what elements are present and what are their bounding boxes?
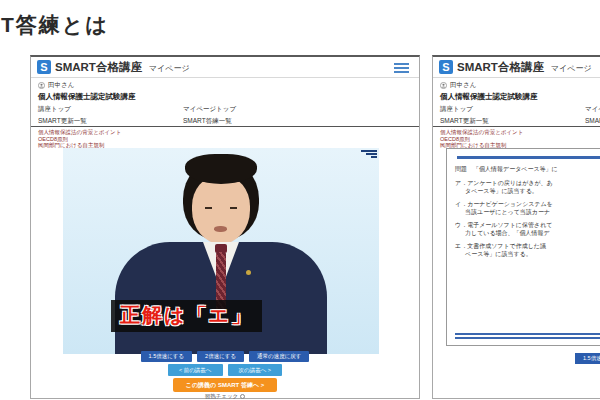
- mastery-check-label: 習熟チェック: [205, 393, 239, 399]
- lecture-video-player[interactable]: 正解は「エ」: [63, 148, 379, 354]
- page-title: T答練とは: [1, 11, 109, 39]
- brand-logo-icon: S: [439, 60, 453, 74]
- question-option-a: ア．アンケートの戻りはがきが、あ タベース等」に該当する。: [455, 179, 600, 195]
- lecture-nav-controls: < 前の講義へ 次の講義へ >: [31, 364, 419, 376]
- site-header: S SMART合格講座 マイページ: [433, 57, 600, 78]
- nav-column-2: マイページトップ SMART答練一覧: [183, 105, 236, 129]
- nav-links: 講座トップ SMART更新一覧 マイページトップ SMART答練一覧: [38, 105, 419, 126]
- nav-smart-update-list[interactable]: SMART更新一覧: [440, 117, 489, 126]
- option-marker: ア．: [455, 180, 467, 186]
- course-title: 個人情報保護士認定試験講座: [440, 92, 600, 102]
- instructor-face: [192, 176, 250, 244]
- document-bottom-rule: [455, 331, 600, 339]
- nav-course-top[interactable]: 講座トップ: [440, 105, 489, 114]
- nav-course-top[interactable]: 講座トップ: [38, 105, 87, 114]
- site-header: S SMART合格講座 マイページ: [31, 57, 419, 78]
- mypage-label: マイページ: [551, 63, 592, 74]
- speed-1-5x-button[interactable]: 1.5倍速にする: [575, 353, 600, 364]
- speed-1-5x-button[interactable]: 1.5倍速にする: [141, 351, 193, 362]
- nav-column-1: 講座トップ SMART更新一覧: [440, 105, 489, 129]
- instructor-eye: [230, 207, 237, 209]
- option-text: 当該ユーザにとって当該カーナ: [455, 208, 600, 216]
- user-row: 田中さん: [440, 81, 600, 90]
- speed-normal-button[interactable]: 通常の速度に戻す: [249, 351, 309, 362]
- smart-touren-row: この講義の SMART 答練へ >: [31, 378, 419, 392]
- nav-mypage-top[interactable]: マイページトップ: [585, 105, 600, 114]
- nav-links: 講座トップ SMART更新一覧 マイページトップ SMART答練一覧: [440, 105, 600, 126]
- prev-lecture-button[interactable]: < 前の講義へ: [168, 364, 223, 376]
- question-option-u: ウ．電子メールソフトに保管されて 力している場合、「個人情報デ: [455, 221, 600, 237]
- mastery-check-row: 習熟チェック: [31, 393, 419, 400]
- option-text: 電子メールソフトに保管されて: [467, 222, 552, 228]
- question-option-e: エ．文書作成ソフトで作成した議 ベース等」に該当する。: [455, 242, 600, 258]
- user-icon: [38, 82, 45, 89]
- stairs-icon: [361, 150, 377, 159]
- next-lecture-button[interactable]: 次の講義へ >: [228, 364, 283, 376]
- question-title: 問題 「個人情報データベース等」に: [455, 165, 600, 174]
- breadcrumb: 個人情報保護法の背景とポイント OECD8原則 民間部門における自主規制: [38, 129, 419, 149]
- nav-smart-touren-list[interactable]: SMART答練一覧: [183, 117, 236, 126]
- instructor-eye: [205, 207, 212, 209]
- answer-caption: 正解は「エ」: [111, 300, 262, 332]
- brand-logo-icon: S: [37, 60, 51, 74]
- user-row: 田中さん: [38, 81, 419, 90]
- user-icon: [440, 82, 447, 89]
- user-name: 田中さん: [48, 81, 74, 90]
- touren-panel: S SMART合格講座 マイページ 田中さん 個人情報保護士認定試験講座 講座ト…: [432, 55, 600, 399]
- user-name: 田中さん: [450, 81, 476, 90]
- option-marker: ウ．: [455, 222, 467, 228]
- option-text: 文書作成ソフトで作成した議: [467, 243, 546, 249]
- nav-column-1: 講座トップ SMART更新一覧: [38, 105, 87, 129]
- nav-smart-touren-list[interactable]: SMART答練一覧: [585, 117, 600, 126]
- instructor-mouth: [214, 226, 227, 232]
- option-text: 力している場合、「個人情報デ: [455, 229, 600, 237]
- option-marker: イ．: [455, 201, 467, 207]
- nav-column-2: マイページトップ SMART答練一覧: [585, 105, 600, 129]
- question-option-i: イ．カーナビゲーションシステムを 当該ユーザにとって当該カーナ: [455, 200, 600, 216]
- instructor-fringe: [185, 154, 257, 184]
- lapel-badge: [246, 270, 251, 275]
- nav-mypage-top[interactable]: マイページトップ: [183, 105, 236, 114]
- smart-touren-button[interactable]: この講義の SMART 答練へ >: [173, 378, 277, 392]
- brand-title: SMART合格講座: [55, 60, 142, 75]
- option-text: アンケートの戻りはがきが、あ: [467, 180, 553, 186]
- course-title: 個人情報保護士認定試験講座: [38, 92, 419, 102]
- nav-smart-update-list[interactable]: SMART更新一覧: [38, 117, 87, 126]
- option-text: ベース等」に該当する。: [455, 250, 600, 258]
- document-top-rule: [457, 156, 600, 159]
- speed-controls: 1.5倍速にする 2倍速にする 通常の速度に戻す: [31, 351, 419, 362]
- panel-body: 田中さん 個人情報保護士認定試験講座 講座トップ SMART更新一覧 マイページ…: [31, 78, 419, 149]
- menu-icon[interactable]: [394, 63, 409, 75]
- lecture-panel: S SMART合格講座 マイページ 田中さん 個人情報保護士認定試験講座 講座ト…: [30, 55, 420, 399]
- speed-2x-button[interactable]: 2倍速にする: [197, 351, 244, 362]
- panel-body: 田中さん 個人情報保護士認定試験講座 講座トップ SMART更新一覧 マイページ…: [433, 78, 600, 149]
- question-document: 問題 「個人情報データベース等」に ア．アンケートの戻りはがきが、あ タベース等…: [446, 148, 600, 346]
- option-marker: エ．: [455, 243, 467, 249]
- mypage-label: マイページ: [149, 63, 190, 74]
- mastery-check-checkbox[interactable]: [240, 394, 245, 399]
- breadcrumb: 個人情報保護法の背景とポイント OECD8原則 民間部門における自主規制: [440, 129, 600, 149]
- brand-title: SMART合格講座: [457, 60, 544, 75]
- option-text: タベース等」に該当する。: [455, 187, 600, 195]
- option-text: カーナビゲーションシステムを: [467, 201, 553, 207]
